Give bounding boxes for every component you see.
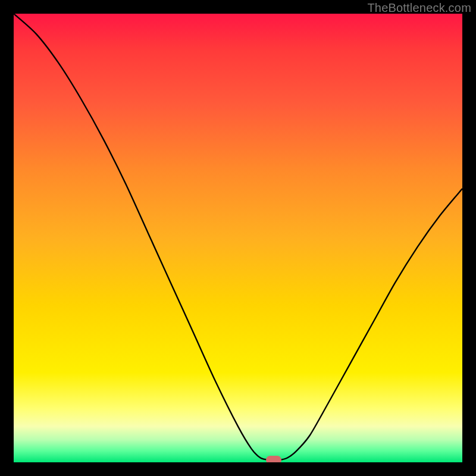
chart-stage: TheBottleneck.com xyxy=(0,0,476,476)
curve-svg xyxy=(14,14,462,462)
bottleneck-curve xyxy=(14,14,462,461)
plot-area xyxy=(14,14,462,462)
optimal-marker xyxy=(266,456,281,462)
watermark-text: TheBottleneck.com xyxy=(367,1,471,15)
